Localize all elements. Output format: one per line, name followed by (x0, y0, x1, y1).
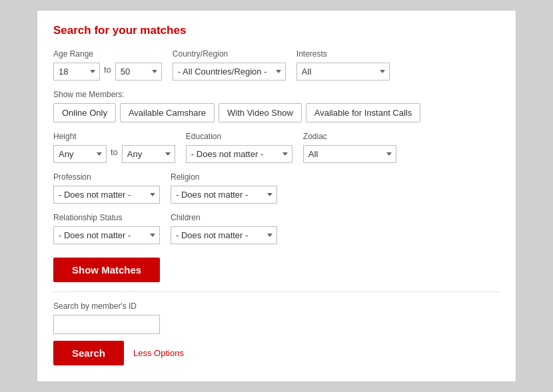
show-members-label: Show me Members: (53, 90, 500, 99)
age-from-select[interactable]: 1819202122 2324252627 2829303540 4550556… (53, 63, 100, 81)
search-card: Search for your matches Age Range 181920… (37, 10, 516, 382)
religion-label: Religion (171, 172, 277, 182)
education-label: Education (186, 132, 292, 141)
with-video-show-button[interactable]: With Video Show (219, 103, 302, 122)
country-label: Country/Region (173, 49, 286, 59)
row-relationship-children: Relationship Status - Does not matter - … (53, 213, 500, 244)
member-id-input[interactable] (53, 315, 160, 334)
interests-select[interactable]: All Men Women Both (296, 63, 390, 81)
height-group: Height Any4'0"4'6"5'0" 5'2"5'4"5'6"5'8" … (53, 132, 175, 163)
show-matches-section: Show Matches (53, 254, 500, 282)
height-from-select[interactable]: Any4'0"4'6"5'0" 5'2"5'4"5'6"5'8" 5'10"6'… (53, 145, 107, 163)
education-group: Education - Does not matter - High Schoo… (186, 132, 292, 163)
row-profession-religion: Profession - Does not matter - ArtsBusin… (53, 172, 500, 204)
show-matches-button[interactable]: Show Matches (53, 258, 160, 282)
children-label: Children (171, 213, 277, 222)
relationship-status-select[interactable]: - Does not matter - SingleDivorcedWidowe… (53, 226, 160, 244)
age-to-select[interactable]: 1819202122 2324252627 2829303540 4550556… (115, 63, 162, 81)
show-members-section: Show me Members: Online Only Available C… (53, 90, 500, 122)
zodiac-group: Zodiac All AriesTaurusGeminiCancer LeoVi… (303, 132, 396, 163)
profession-select[interactable]: - Does not matter - ArtsBusinessEducatio… (53, 186, 160, 204)
height-label: Height (53, 132, 175, 141)
online-only-button[interactable]: Online Only (53, 103, 116, 122)
children-select[interactable]: - Does not matter - NoYesWantDon't Want (171, 226, 277, 244)
search-row: Search Less Options (53, 341, 500, 365)
member-id-label: Search by member's ID (53, 301, 500, 311)
row-height-education-zodiac: Height Any4'0"4'6"5'0" 5'2"5'4"5'6"5'8" … (53, 132, 500, 163)
height-to-label: to (111, 147, 118, 161)
less-options-link[interactable]: Less Options (133, 348, 184, 358)
profession-group: Profession - Does not matter - ArtsBusin… (53, 172, 160, 204)
relationship-status-label: Relationship Status (53, 213, 160, 222)
age-to-label: to (104, 65, 111, 79)
country-group: Country/Region - All Countries/Region - … (173, 49, 286, 81)
education-select[interactable]: - Does not matter - High School Some Col… (186, 145, 292, 163)
member-id-section: Search by member's ID Search Less Option… (53, 301, 500, 365)
search-button[interactable]: Search (53, 341, 124, 365)
zodiac-select[interactable]: All AriesTaurusGeminiCancer LeoVirgoLibr… (303, 145, 396, 163)
zodiac-label: Zodiac (303, 132, 396, 141)
religion-group: Religion - Does not matter - ChristianMu… (171, 172, 277, 204)
interests-group: Interests All Men Women Both (296, 49, 390, 81)
age-range-label: Age Range (53, 49, 162, 59)
available-camshare-button[interactable]: Available Camshare (120, 103, 215, 122)
relationship-status-group: Relationship Status - Does not matter - … (53, 213, 160, 244)
available-instant-calls-button[interactable]: Available for Instant Calls (306, 103, 420, 122)
age-range-group: Age Range 1819202122 2324252627 28293035… (53, 49, 162, 81)
religion-select[interactable]: - Does not matter - ChristianMuslimJewis… (171, 186, 277, 204)
country-select[interactable]: - All Countries/Region - United States U… (173, 63, 286, 81)
height-to-select[interactable]: Any4'0"4'6"5'0" 5'2"5'4"5'6"5'8" 5'10"6'… (122, 145, 175, 163)
toggle-buttons-group: Online Only Available Camshare With Vide… (53, 103, 500, 122)
profession-label: Profession (53, 172, 160, 182)
row-age-country-interests: Age Range 1819202122 2324252627 28293035… (53, 49, 500, 81)
page-title: Search for your matches (53, 24, 500, 37)
interests-label: Interests (296, 49, 390, 59)
section-divider (53, 292, 500, 292)
children-group: Children - Does not matter - NoYesWantDo… (171, 213, 277, 244)
